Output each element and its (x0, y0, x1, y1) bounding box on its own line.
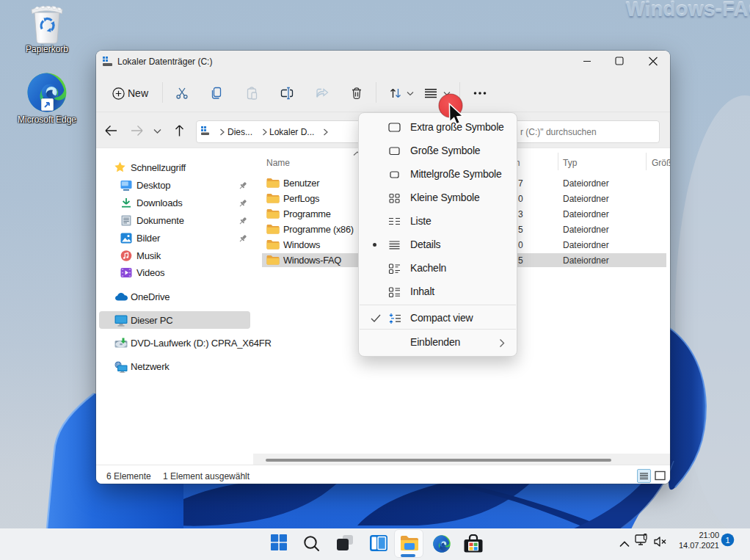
svg-text:1: 1 (725, 536, 729, 545)
